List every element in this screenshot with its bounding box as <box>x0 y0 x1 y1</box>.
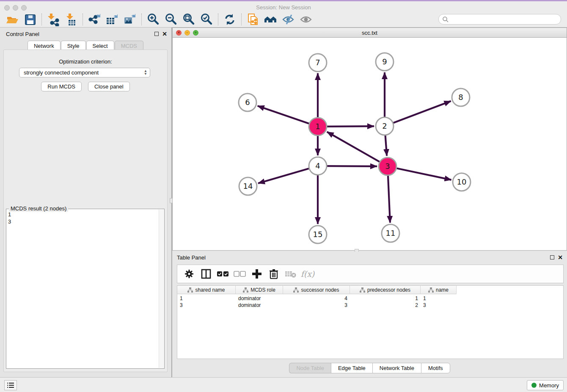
tab-edge-table[interactable]: Edge Table <box>331 363 372 373</box>
node-15[interactable]: 15 <box>309 226 327 243</box>
export-table-button[interactable] <box>103 13 121 26</box>
import-table-button[interactable] <box>62 13 80 26</box>
plus-icon <box>251 268 262 279</box>
close-table-panel-icon[interactable]: ✕ <box>558 255 563 260</box>
node-2[interactable]: 2 <box>376 117 394 135</box>
node-label: 11 <box>386 229 396 237</box>
network-view-window: ✕ − + scc.txt 7968124314101511 <box>172 28 567 251</box>
node-7[interactable]: 7 <box>309 54 327 72</box>
copy-style-button[interactable] <box>244 13 262 26</box>
zoom-in-icon <box>146 13 160 26</box>
zoom-in-button[interactable] <box>144 13 162 26</box>
node-3[interactable]: 3 <box>379 157 396 175</box>
application-window: Session: New Session <box>0 0 567 392</box>
table-cell: 1 <box>350 295 421 302</box>
network-graph: 7968124314101511 <box>173 38 567 250</box>
mcds-result-text[interactable]: 13 <box>8 211 11 225</box>
export-network-icon <box>88 13 101 26</box>
search-box[interactable] <box>438 14 561 25</box>
task-history-button[interactable] <box>4 380 17 390</box>
tab-motifs[interactable]: Motifs <box>421 363 450 373</box>
column-header-name[interactable]: name <box>421 286 457 294</box>
zoom-out-button[interactable] <box>162 13 180 26</box>
export-table-icon <box>105 13 119 26</box>
network-window-titlebar[interactable]: ✕ − + scc.txt <box>173 28 567 38</box>
control-panel-header: Control Panel ✕ <box>0 30 171 39</box>
save-session-button[interactable] <box>21 13 39 26</box>
open-file-button[interactable] <box>3 13 21 26</box>
control-panel: Control Panel ✕ NetworkStyleSelectMCDS O… <box>0 28 171 377</box>
apply-layout-button[interactable] <box>221 13 239 26</box>
export-image-button[interactable] <box>121 13 139 26</box>
toolbar-separator <box>141 14 142 25</box>
eye-slash-icon <box>281 13 296 26</box>
table-header-row: shared nameMCDS rolesuccessor nodesprede… <box>177 286 457 294</box>
import-network-button[interactable] <box>44 13 62 26</box>
table-panel: Table Panel ✕ <box>172 252 567 377</box>
table-panel-tabs: Node TableEdge TableNetwork TableMotifs <box>172 363 567 373</box>
zoom-fit-button[interactable] <box>180 13 198 26</box>
open-folder-icon <box>6 13 19 26</box>
add-column-button[interactable] <box>249 267 264 281</box>
node-label: 10 <box>457 177 467 186</box>
delete-table-button[interactable] <box>283 267 298 281</box>
export-network-button[interactable] <box>85 13 103 26</box>
network-canvas[interactable]: 7968124314101511 <box>173 38 567 250</box>
table-cell: dominator <box>236 295 283 302</box>
float-panel-icon[interactable] <box>154 32 159 36</box>
zoom-selected-button[interactable] <box>198 13 215 26</box>
search-input[interactable] <box>449 16 561 22</box>
edge-3-10[interactable] <box>388 166 451 180</box>
deselect-all-rows-button[interactable] <box>232 267 248 281</box>
node-8[interactable]: 8 <box>452 88 470 106</box>
table-panel-title: Table Panel <box>177 254 206 261</box>
run-mcds-button[interactable]: Run MCDS <box>41 82 82 91</box>
edge-1-6[interactable] <box>258 106 318 127</box>
node-1[interactable]: 1 <box>309 118 327 135</box>
control-panel-title: Control Panel <box>6 31 39 37</box>
node-label: 3 <box>385 162 390 171</box>
float-table-panel-icon[interactable] <box>550 255 554 259</box>
node-10[interactable]: 10 <box>453 173 471 191</box>
close-panel-icon[interactable]: ✕ <box>162 31 167 36</box>
hide-selected-button[interactable] <box>280 13 297 26</box>
table-cell: dominator <box>236 302 283 309</box>
table-cell: 1 <box>421 295 457 302</box>
node-label: 2 <box>382 121 387 130</box>
node-14[interactable]: 14 <box>239 177 257 195</box>
memory-button[interactable]: Memory <box>527 380 564 390</box>
edge-3-1[interactable] <box>327 132 388 166</box>
criterion-value: strongly connected component <box>24 69 99 76</box>
node-11[interactable]: 11 <box>382 224 399 242</box>
node-9[interactable]: 9 <box>376 53 394 71</box>
node-label: 8 <box>458 93 463 102</box>
result-scrollbar[interactable] <box>159 210 164 368</box>
node-label: 9 <box>382 57 387 66</box>
table-row[interactable]: 1dominator411 <box>177 295 457 302</box>
column-header-mcds-role[interactable]: MCDS role <box>236 286 283 294</box>
column-header-successor-nodes[interactable]: successor nodes <box>283 286 350 294</box>
tab-network-table[interactable]: Network Table <box>372 363 421 373</box>
node-6[interactable]: 6 <box>239 94 256 111</box>
toolbar-separator <box>241 14 242 25</box>
column-header-predecessor-nodes[interactable]: predecessor nodes <box>350 286 421 294</box>
column-type-icon <box>428 287 434 293</box>
mcds-panel: Optimization criterion: strongly connect… <box>3 50 168 372</box>
close-panel-button[interactable]: Close panel <box>88 82 130 91</box>
mcds-result-group: MCDS result (2 nodes) 13 <box>6 209 165 369</box>
node-4[interactable]: 4 <box>309 157 327 175</box>
first-neighbors-button[interactable] <box>262 13 280 26</box>
function-builder-button[interactable]: f(x) <box>300 267 315 281</box>
delete-column-button[interactable] <box>266 267 281 281</box>
show-all-button[interactable] <box>297 13 315 26</box>
table-row[interactable]: 3dominator323 <box>177 302 457 309</box>
table-settings-button[interactable] <box>182 267 197 281</box>
node-label: 15 <box>313 230 323 239</box>
edge-2-8[interactable] <box>385 101 451 126</box>
criterion-select[interactable]: strongly connected component ▲▼ <box>19 68 150 77</box>
tab-node-table[interactable]: Node Table <box>289 363 331 373</box>
column-header-shared-name[interactable]: shared name <box>177 286 236 294</box>
select-all-rows-button[interactable] <box>215 267 231 281</box>
table-columns-button[interactable] <box>198 267 214 281</box>
columns-icon <box>201 268 212 279</box>
